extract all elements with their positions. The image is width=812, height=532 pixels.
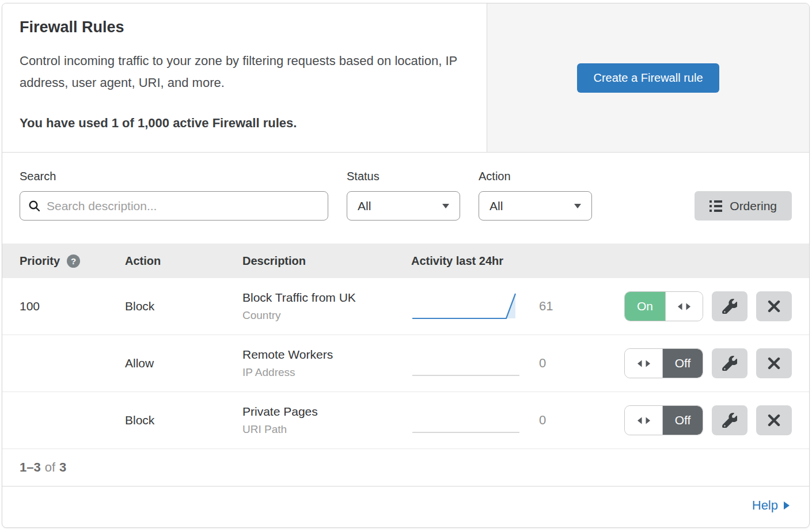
create-firewall-rule-button[interactable]: Create a Firewall rule bbox=[577, 63, 719, 93]
action-select[interactable]: All bbox=[479, 191, 592, 221]
ordering-button-label: Ordering bbox=[730, 199, 777, 213]
action-label: Action bbox=[479, 170, 592, 183]
header-text-block: Firewall Rules Control incoming traffic … bbox=[2, 3, 487, 152]
rule-enabled-toggle[interactable]: Off bbox=[624, 348, 703, 378]
close-icon bbox=[768, 414, 780, 427]
search-label: Search bbox=[20, 170, 328, 183]
page-description: Control incoming traffic to your zone by… bbox=[20, 50, 466, 94]
toggle-knob bbox=[625, 349, 663, 378]
status-select[interactable]: All bbox=[347, 191, 460, 221]
table-row: Allow Remote Workers IP Address 0 Off bbox=[2, 335, 809, 392]
pagination-bar: 1–3 of 3 bbox=[2, 449, 809, 486]
rule-description[interactable]: Remote Workers bbox=[242, 348, 411, 362]
activity-cell: 61 bbox=[411, 290, 555, 322]
pagination-range: 1–3 bbox=[20, 460, 41, 475]
left-right-arrows-icon bbox=[638, 360, 650, 367]
toggle-state-label: On bbox=[625, 292, 665, 321]
search-box[interactable] bbox=[20, 191, 328, 221]
toggle-knob bbox=[625, 406, 663, 435]
edit-rule-button[interactable] bbox=[712, 405, 748, 435]
search-icon bbox=[28, 200, 41, 212]
delete-rule-button[interactable] bbox=[756, 291, 792, 321]
page-title: Firewall Rules bbox=[20, 18, 469, 36]
header-section: Firewall Rules Control incoming traffic … bbox=[2, 3, 809, 153]
rule-action: Allow bbox=[125, 356, 242, 370]
pagination-total: 3 bbox=[59, 460, 66, 475]
activity-count: 61 bbox=[539, 299, 553, 314]
wrench-icon bbox=[722, 299, 737, 314]
rule-description-cell: Remote Workers IP Address bbox=[242, 348, 411, 379]
rule-description-cell: Private Pages URI Path bbox=[242, 405, 411, 436]
toggle-state-label: Off bbox=[663, 406, 703, 435]
firewall-rules-card: Firewall Rules Control incoming traffic … bbox=[2, 3, 810, 528]
edit-rule-button[interactable] bbox=[712, 291, 748, 321]
activity-sparkline bbox=[411, 347, 521, 379]
activity-sparkline bbox=[411, 290, 521, 322]
rule-match-type: URI Path bbox=[242, 423, 411, 436]
arrow-right-icon bbox=[784, 501, 790, 510]
status-selected-value: All bbox=[358, 199, 371, 213]
delete-rule-button[interactable] bbox=[756, 348, 792, 378]
column-header-action: Action bbox=[125, 254, 242, 268]
activity-cell: 0 bbox=[411, 347, 555, 379]
rule-description[interactable]: Block Traffic from UK bbox=[242, 291, 411, 305]
left-right-arrows-icon bbox=[638, 417, 650, 424]
column-header-activity: Activity last 24hr bbox=[411, 254, 555, 268]
column-header-priority: Priority ? bbox=[20, 254, 125, 268]
table-row: 100 Block Block Traffic from UK Country … bbox=[2, 278, 809, 335]
activity-sparkline bbox=[411, 404, 521, 436]
edit-rule-button[interactable] bbox=[712, 348, 748, 378]
column-header-description: Description bbox=[242, 254, 411, 268]
rule-action: Block bbox=[125, 413, 242, 427]
close-icon bbox=[768, 300, 780, 313]
status-filter-group: Status All bbox=[347, 170, 460, 221]
rule-controls: Off bbox=[555, 405, 792, 435]
left-right-arrows-icon bbox=[678, 303, 690, 310]
search-input[interactable] bbox=[47, 199, 320, 213]
delete-rule-button[interactable] bbox=[756, 405, 792, 435]
wrench-icon bbox=[722, 356, 737, 371]
help-bar: Help bbox=[2, 486, 809, 524]
rule-controls: On bbox=[555, 291, 792, 321]
activity-count: 0 bbox=[539, 413, 546, 428]
rule-action: Block bbox=[125, 299, 242, 313]
rule-controls: Off bbox=[555, 348, 792, 378]
header-action-panel: Create a Firewall rule bbox=[487, 3, 809, 152]
table-header-row: Priority ? Action Description Activity l… bbox=[2, 244, 809, 278]
action-selected-value: All bbox=[490, 199, 503, 213]
usage-summary: You have used 1 of 1,000 active Firewall… bbox=[20, 116, 469, 131]
wrench-icon bbox=[722, 413, 737, 428]
rule-priority: 100 bbox=[20, 299, 125, 313]
table-row: Block Private Pages URI Path 0 Off bbox=[2, 392, 809, 449]
priority-help-icon[interactable]: ? bbox=[67, 254, 80, 268]
help-link-label: Help bbox=[752, 498, 778, 513]
list-ordering-icon bbox=[709, 200, 722, 212]
chevron-down-icon bbox=[574, 204, 581, 208]
search-group: Search bbox=[20, 170, 328, 221]
chevron-down-icon bbox=[442, 204, 449, 208]
filter-bar: Search Status All Action All bbox=[2, 153, 809, 244]
rule-enabled-toggle[interactable]: Off bbox=[624, 405, 703, 435]
help-link[interactable]: Help bbox=[752, 498, 790, 513]
ordering-button[interactable]: Ordering bbox=[695, 191, 792, 221]
rule-description-cell: Block Traffic from UK Country bbox=[242, 291, 411, 322]
pagination-of: of bbox=[45, 460, 55, 475]
rule-match-type: IP Address bbox=[242, 366, 411, 379]
toggle-knob bbox=[665, 292, 703, 321]
rule-enabled-toggle[interactable]: On bbox=[624, 291, 703, 321]
rule-match-type: Country bbox=[242, 309, 411, 322]
activity-cell: 0 bbox=[411, 404, 555, 436]
rule-description[interactable]: Private Pages bbox=[242, 405, 411, 419]
status-label: Status bbox=[347, 170, 460, 183]
priority-header-label: Priority bbox=[20, 254, 60, 268]
close-icon bbox=[768, 357, 780, 370]
activity-count: 0 bbox=[539, 356, 546, 371]
action-filter-group: Action All bbox=[479, 170, 592, 221]
toggle-state-label: Off bbox=[663, 349, 703, 378]
